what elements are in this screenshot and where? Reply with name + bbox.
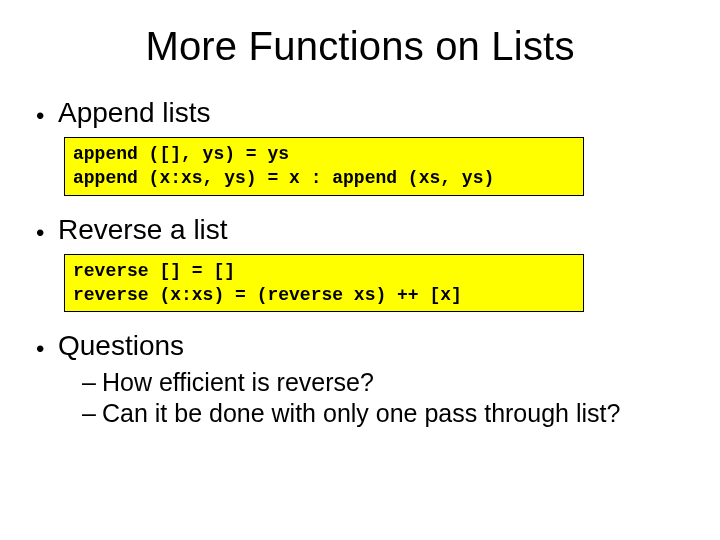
slide: More Functions on Lists • Append lists a… bbox=[0, 0, 720, 540]
bullet-list: • Append lists append ([], ys) = ys appe… bbox=[36, 97, 684, 428]
sub-item-label: How efficient is reverse? bbox=[102, 368, 374, 397]
slide-title: More Functions on Lists bbox=[36, 24, 684, 69]
code-block-append: append ([], ys) = ys append (x:xs, ys) =… bbox=[64, 137, 584, 196]
sub-item-label: Can it be done with only one pass throug… bbox=[102, 399, 620, 428]
bullet-label: Questions bbox=[58, 330, 184, 362]
list-item: • Reverse a list reverse [] = [] reverse… bbox=[36, 214, 684, 313]
sub-list-item: – Can it be done with only one pass thro… bbox=[82, 399, 684, 428]
bullet-icon: • bbox=[36, 104, 58, 128]
dash-icon: – bbox=[82, 399, 102, 428]
dash-icon: – bbox=[82, 368, 102, 397]
bullet-label: Append lists bbox=[58, 97, 211, 129]
list-item: • Questions – How efficient is reverse? … bbox=[36, 330, 684, 428]
sub-list-item: – How efficient is reverse? bbox=[82, 368, 684, 397]
code-block-reverse: reverse [] = [] reverse (x:xs) = (revers… bbox=[64, 254, 584, 313]
list-item: • Append lists append ([], ys) = ys appe… bbox=[36, 97, 684, 196]
sub-list: – How efficient is reverse? – Can it be … bbox=[82, 368, 684, 428]
bullet-icon: • bbox=[36, 221, 58, 245]
bullet-icon: • bbox=[36, 337, 58, 361]
bullet-label: Reverse a list bbox=[58, 214, 228, 246]
